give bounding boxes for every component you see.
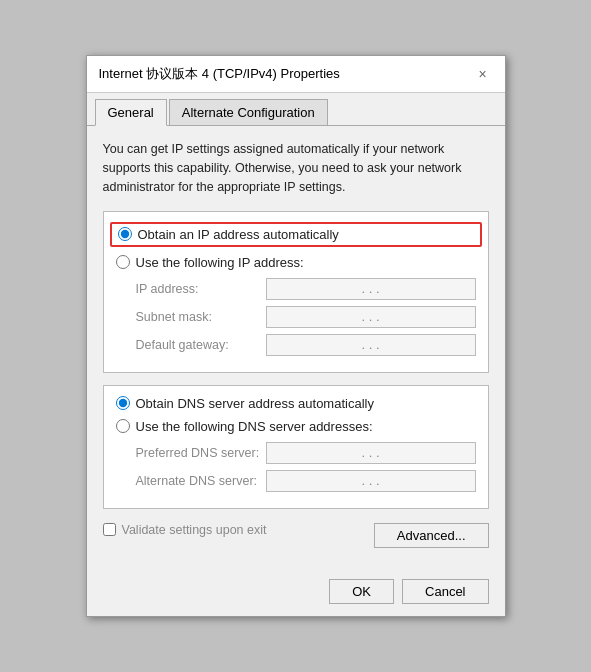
cancel-button[interactable]: Cancel — [402, 579, 488, 604]
alternate-dns-label: Alternate DNS server: — [136, 474, 266, 488]
alternate-dns-dots: . . . — [271, 473, 471, 489]
tab-bar: General Alternate Configuration — [87, 93, 505, 126]
ip-address-input[interactable]: . . . — [266, 278, 476, 300]
advanced-button[interactable]: Advanced... — [374, 523, 489, 548]
subnet-mask-dots: . . . — [271, 309, 471, 325]
auto-dns-row: Obtain DNS server address automatically — [116, 396, 476, 411]
ok-button[interactable]: OK — [329, 579, 394, 604]
manual-dns-row: Use the following DNS server addresses: — [116, 419, 476, 434]
tab-alternate-configuration[interactable]: Alternate Configuration — [169, 99, 328, 125]
footer-buttons: OK Cancel — [87, 573, 505, 616]
description-text: You can get IP settings assigned automat… — [103, 140, 489, 196]
content-area: You can get IP settings assigned automat… — [87, 126, 505, 572]
manual-dns-radio[interactable] — [116, 419, 130, 433]
manual-ip-row: Use the following IP address: — [116, 255, 476, 270]
alternate-dns-row: Alternate DNS server: . . . — [136, 470, 476, 492]
auto-ip-label[interactable]: Obtain an IP address automatically — [138, 227, 339, 242]
default-gateway-input[interactable]: . . . — [266, 334, 476, 356]
close-button[interactable]: × — [473, 64, 493, 84]
alternate-dns-input[interactable]: . . . — [266, 470, 476, 492]
ip-address-row: IP address: . . . — [136, 278, 476, 300]
default-gateway-row: Default gateway: . . . — [136, 334, 476, 356]
validate-label[interactable]: Validate settings upon exit — [122, 523, 267, 537]
close-icon: × — [478, 66, 486, 82]
auto-ip-radio[interactable] — [118, 227, 132, 241]
manual-ip-radio[interactable] — [116, 255, 130, 269]
title-bar: Internet 协议版本 4 (TCP/IPv4) Properties × — [87, 56, 505, 93]
default-gateway-label: Default gateway: — [136, 338, 266, 352]
auto-dns-radio[interactable] — [116, 396, 130, 410]
subnet-mask-label: Subnet mask: — [136, 310, 266, 324]
manual-dns-label[interactable]: Use the following DNS server addresses: — [136, 419, 373, 434]
validate-checkbox[interactable] — [103, 523, 116, 536]
preferred-dns-input[interactable]: . . . — [266, 442, 476, 464]
validate-row: Validate settings upon exit — [103, 523, 267, 537]
bottom-row: Validate settings upon exit Advanced... — [103, 523, 489, 549]
auto-ip-row: Obtain an IP address automatically — [110, 222, 482, 247]
subnet-mask-row: Subnet mask: . . . — [136, 306, 476, 328]
dialog-title: Internet 协议版本 4 (TCP/IPv4) Properties — [99, 65, 340, 83]
dialog: Internet 协议版本 4 (TCP/IPv4) Properties × … — [86, 55, 506, 616]
preferred-dns-label: Preferred DNS server: — [136, 446, 266, 460]
preferred-dns-dots: . . . — [271, 445, 471, 461]
dns-section: Obtain DNS server address automatically … — [103, 385, 489, 509]
tab-general[interactable]: General — [95, 99, 167, 126]
manual-ip-label[interactable]: Use the following IP address: — [136, 255, 304, 270]
ip-address-dots: . . . — [271, 281, 471, 297]
ok-cancel-row: OK Cancel — [329, 579, 488, 604]
preferred-dns-row: Preferred DNS server: . . . — [136, 442, 476, 464]
auto-dns-label[interactable]: Obtain DNS server address automatically — [136, 396, 374, 411]
subnet-mask-input[interactable]: . . . — [266, 306, 476, 328]
default-gateway-dots: . . . — [271, 337, 471, 353]
ip-section: Obtain an IP address automatically Use t… — [103, 211, 489, 373]
ip-address-label: IP address: — [136, 282, 266, 296]
